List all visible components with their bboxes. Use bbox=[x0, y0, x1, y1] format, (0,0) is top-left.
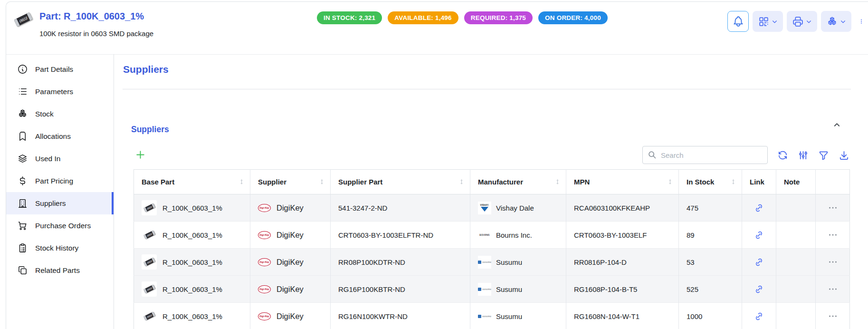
filter-button[interactable] bbox=[818, 150, 829, 161]
cell-supplier_part: RG16N100KWTR-ND bbox=[331, 303, 470, 329]
supplier-link[interactable] bbox=[751, 257, 767, 268]
vishay-logo: VISHAY. bbox=[478, 202, 491, 214]
sidebar-item-label: Part Details bbox=[35, 65, 73, 74]
dots-horizontal-icon bbox=[828, 311, 838, 321]
collapse-panel-button[interactable] bbox=[830, 120, 844, 130]
more-actions-button[interactable] bbox=[855, 11, 868, 32]
base-part-name: R_100K_0603_1% bbox=[162, 231, 222, 239]
stock-actions-button[interactable] bbox=[821, 11, 851, 32]
cell-actions bbox=[816, 249, 850, 276]
stack-icon bbox=[17, 153, 28, 164]
filter-icon bbox=[818, 150, 829, 161]
list-icon bbox=[17, 86, 28, 97]
cell-base_part: 0603R_100K_0603_1% bbox=[134, 249, 250, 276]
row-actions-button[interactable] bbox=[825, 283, 841, 295]
row-actions-button[interactable] bbox=[825, 229, 841, 241]
cell-base_part: 0603R_100K_0603_1% bbox=[134, 222, 250, 249]
table-row[interactable]: 0603R_100K_0603_1%Digi-KeyDigiKey541-324… bbox=[134, 194, 850, 222]
column-header-manufacturer[interactable]: Manufacturer bbox=[470, 170, 566, 194]
link-icon bbox=[754, 230, 764, 240]
sidebar-item-suppliers[interactable]: Suppliers bbox=[6, 192, 114, 214]
print-actions-button[interactable] bbox=[787, 11, 817, 32]
cell-actions bbox=[816, 303, 850, 329]
part-thumbnail[interactable]: 0603 bbox=[142, 309, 157, 324]
supplier-part-sku: RG16N100KWTR-ND bbox=[338, 312, 408, 320]
row-actions-button[interactable] bbox=[825, 202, 841, 213]
column-label: Manufacturer bbox=[478, 178, 523, 186]
dots-horizontal-icon bbox=[828, 203, 838, 213]
page-title: Suppliers bbox=[123, 64, 169, 75]
part-thumbnail[interactable]: 0603 bbox=[142, 281, 157, 297]
info-circle-icon bbox=[17, 64, 28, 75]
row-actions-button[interactable] bbox=[825, 256, 841, 268]
row-actions-button[interactable] bbox=[825, 310, 841, 322]
column-header-supplier[interactable]: Supplier bbox=[250, 170, 331, 194]
sidebar-item-stock-history[interactable]: Stock History bbox=[6, 237, 114, 259]
sidebar-item-allocations[interactable]: Allocations bbox=[6, 125, 114, 147]
column-header-in_stock[interactable]: In Stock bbox=[679, 170, 742, 194]
sidebar-item-parameters[interactable]: Parameters bbox=[6, 80, 114, 103]
supplier-link[interactable] bbox=[751, 230, 767, 241]
table-header-row: Base PartSupplierSupplier PartManufactur… bbox=[134, 170, 850, 194]
add-supplier-part-button[interactable] bbox=[134, 149, 146, 161]
column-label: Supplier bbox=[258, 178, 286, 186]
inventree-part-page: 0603 Part: R_100K_0603_1% 100K resistor … bbox=[0, 0, 868, 329]
table-row[interactable]: 0603R_100K_0603_1%Digi-KeyDigiKeyRG16P10… bbox=[134, 276, 850, 303]
table-row[interactable]: 0603R_100K_0603_1%Digi-KeyDigiKeyRR08P10… bbox=[134, 249, 850, 276]
supplier-link[interactable] bbox=[751, 203, 767, 213]
refresh-button[interactable] bbox=[777, 150, 788, 161]
sidebar-item-part-pricing[interactable]: Part Pricing bbox=[6, 170, 114, 192]
sidebar-item-related-parts[interactable]: Related Parts bbox=[6, 259, 114, 281]
cell-actions bbox=[816, 222, 850, 249]
cell-manufacturer: susumuSusumu bbox=[470, 303, 566, 329]
column-settings-button[interactable] bbox=[798, 150, 809, 161]
cell-in_stock: 475 bbox=[679, 194, 742, 222]
badge-required: REQUIRED: 1,375 bbox=[464, 11, 533, 24]
cell-supplier_part: 541-3247-2-ND bbox=[331, 194, 470, 222]
sidebar-item-part-details[interactable]: Part Details bbox=[6, 58, 114, 80]
cell-base_part: 0603R_100K_0603_1% bbox=[134, 303, 250, 329]
resistor-image: 0603 bbox=[143, 203, 155, 212]
barcode-actions-button[interactable] bbox=[753, 11, 783, 32]
download-button[interactable] bbox=[839, 150, 849, 161]
part-thumbnail[interactable]: 0603 bbox=[142, 227, 157, 242]
sidebar-item-label: Stock bbox=[35, 110, 54, 118]
chevron-up-icon bbox=[832, 120, 841, 129]
sidebar-item-stock[interactable]: Stock bbox=[6, 103, 114, 125]
mpn-value: RCA0603100KFKEAHP bbox=[574, 204, 650, 212]
cell-mpn: CRT0603-BY-1003ELF bbox=[566, 222, 679, 249]
column-header-supplier_part[interactable]: Supplier Part bbox=[331, 170, 470, 194]
stock-badges: IN STOCK: 2,321AVAILABLE: 1,496REQUIRED:… bbox=[317, 11, 608, 24]
sidebar: Part DetailsParametersStockAllocationsUs… bbox=[6, 54, 114, 329]
table-row[interactable]: 0603R_100K_0603_1%Digi-KeyDigiKeyRG16N10… bbox=[134, 303, 850, 329]
base-part-name: R_100K_0603_1% bbox=[162, 204, 222, 212]
notifications-button[interactable] bbox=[727, 11, 749, 32]
bookmark-icon bbox=[17, 131, 28, 142]
download-icon bbox=[839, 150, 849, 161]
cell-link bbox=[742, 249, 776, 276]
part-thumbnail[interactable]: 0603 bbox=[142, 254, 157, 270]
badge-on-order: ON ORDER: 4,000 bbox=[538, 11, 608, 24]
supplier-link[interactable] bbox=[751, 311, 767, 322]
link-icon bbox=[754, 284, 764, 294]
cell-note bbox=[776, 194, 816, 222]
table-row[interactable]: 0603R_100K_0603_1%Digi-KeyDigiKeyCRT0603… bbox=[134, 222, 850, 249]
sidebar-item-purchase-orders[interactable]: Purchase Orders bbox=[6, 214, 114, 237]
sidebar-item-label: Allocations bbox=[35, 132, 71, 141]
column-header-mpn[interactable]: MPN bbox=[566, 170, 679, 194]
cell-base_part: 0603R_100K_0603_1% bbox=[134, 194, 250, 222]
supplier-name: DigiKey bbox=[277, 312, 304, 321]
chevron-down-icon bbox=[839, 18, 847, 25]
part-thumbnail[interactable]: 0603 bbox=[142, 200, 157, 215]
cell-in_stock: 525 bbox=[679, 276, 742, 303]
supplier-link[interactable] bbox=[751, 284, 767, 295]
sidebar-item-used-in[interactable]: Used In bbox=[6, 147, 114, 170]
resistor-image: 0603 bbox=[143, 257, 155, 266]
search-input[interactable] bbox=[642, 146, 768, 164]
column-header-base_part[interactable]: Base Part bbox=[134, 170, 250, 194]
currency-dollar-icon bbox=[17, 175, 28, 186]
part-thumbnail[interactable]: 0603 bbox=[11, 7, 36, 32]
cell-in_stock: 1000 bbox=[679, 303, 742, 329]
sort-icon bbox=[667, 178, 674, 185]
resistor-package-label: 0603 bbox=[146, 314, 152, 319]
